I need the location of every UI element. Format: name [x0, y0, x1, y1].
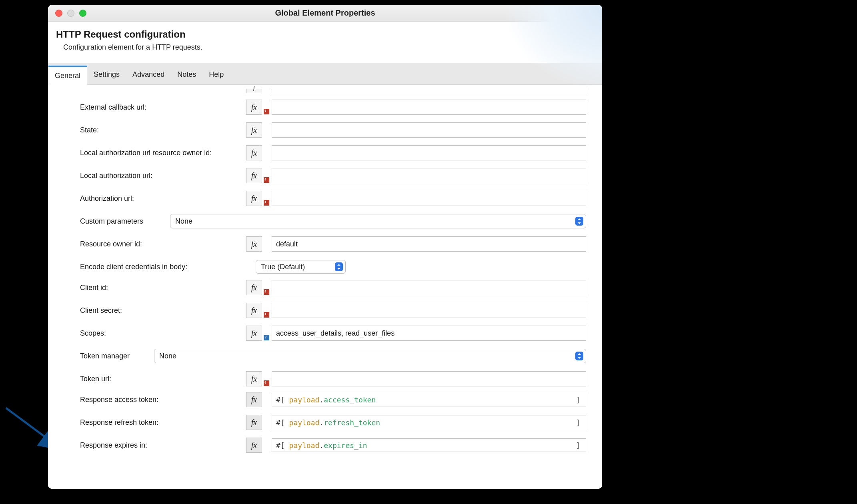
response-refresh-token-input[interactable]: #[ payload.refresh_token ]	[272, 416, 586, 429]
response-refresh-token-label: Response refresh token:	[80, 418, 246, 427]
encode-client-credentials-label: Encode client credentials in body:	[80, 263, 246, 271]
fx-button[interactable]: fx	[246, 145, 262, 160]
resource-owner-id-input[interactable]	[272, 236, 586, 252]
window-title: Global Element Properties	[48, 8, 602, 18]
client-id-label: Client id:	[80, 284, 246, 292]
encode-client-credentials-select[interactable]: True (Default)	[256, 260, 346, 274]
local-auth-url-input[interactable]	[272, 168, 586, 183]
external-callback-url-input[interactable]	[272, 100, 586, 115]
fx-button[interactable]: fx	[246, 236, 262, 252]
fx-button[interactable]: fx	[246, 122, 262, 138]
page-description: Configuration element for a HTTP request…	[56, 43, 594, 52]
authorization-url-label: Authorization url:	[80, 194, 246, 203]
custom-parameters-value: None	[175, 217, 192, 226]
scopes-input[interactable]	[272, 326, 586, 341]
fx-button[interactable]: fx	[246, 303, 262, 318]
state-input[interactable]	[272, 122, 586, 138]
chevron-updown-icon	[575, 217, 583, 226]
token-url-input[interactable]	[272, 371, 586, 386]
response-access-token-input[interactable]: #[ payload.access_token ]	[272, 393, 586, 406]
resource-owner-id-label: Resource owner id:	[80, 240, 246, 248]
token-manager-value: None	[159, 352, 176, 360]
token-url-label: Token url:	[80, 375, 246, 383]
fx-button[interactable]: fx	[246, 371, 262, 386]
tab-bar: General Settings Advanced Notes Help	[48, 63, 602, 85]
response-expires-in-input[interactable]: #[ payload.expires_in ]	[272, 438, 586, 452]
token-manager-select[interactable]: None	[154, 349, 586, 363]
tab-settings[interactable]: Settings	[87, 66, 126, 84]
fx-button[interactable]: fx	[246, 392, 262, 407]
tab-notes[interactable]: Notes	[171, 66, 202, 84]
title-bar: Global Element Properties	[48, 5, 602, 22]
fx-button[interactable]: fx	[246, 168, 262, 183]
info-icon	[264, 335, 269, 340]
fx-button[interactable]: fx	[246, 415, 262, 430]
form-content: ƒ External callback url: fx State: fx Lo…	[48, 85, 602, 489]
required-icon	[264, 177, 269, 183]
response-expires-in-label: Response expires in:	[80, 441, 246, 450]
encode-client-credentials-value: True (Default)	[261, 263, 305, 271]
client-id-input[interactable]	[272, 280, 586, 295]
chevron-updown-icon	[335, 262, 343, 271]
authorization-url-input[interactable]	[272, 191, 586, 206]
scopes-label: Scopes:	[80, 329, 246, 338]
fx-button[interactable]: fx	[246, 280, 262, 295]
tab-general[interactable]: General	[48, 66, 87, 85]
client-secret-input[interactable]	[272, 303, 586, 318]
dialog-window: Global Element Properties HTTP Request c…	[48, 5, 602, 489]
custom-parameters-select[interactable]: None	[170, 214, 586, 228]
client-secret-label: Client secret:	[80, 306, 246, 315]
chevron-updown-icon	[575, 352, 583, 360]
fx-button[interactable]: fx	[246, 438, 262, 453]
local-auth-url-owner-id-input[interactable]	[272, 145, 586, 160]
tab-help[interactable]: Help	[202, 66, 230, 84]
required-icon	[264, 289, 269, 295]
tab-advanced[interactable]: Advanced	[126, 66, 171, 84]
dialog-header: HTTP Request configuration Configuration…	[48, 22, 602, 63]
required-icon	[264, 312, 269, 318]
required-icon	[264, 380, 269, 386]
fx-button[interactable]: fx	[246, 100, 262, 115]
page-title: HTTP Request configuration	[56, 29, 594, 40]
fx-button[interactable]: fx	[246, 191, 262, 206]
fx-button[interactable]: fx	[246, 326, 262, 341]
required-icon	[264, 109, 269, 114]
required-icon	[264, 200, 269, 206]
local-auth-url-owner-id-label: Local authorization url resource owner i…	[80, 149, 246, 157]
local-auth-url-label: Local authorization url:	[80, 172, 246, 180]
external-callback-url-label: External callback url:	[80, 103, 246, 112]
response-access-token-label: Response access token:	[80, 396, 246, 404]
state-label: State:	[80, 126, 246, 134]
